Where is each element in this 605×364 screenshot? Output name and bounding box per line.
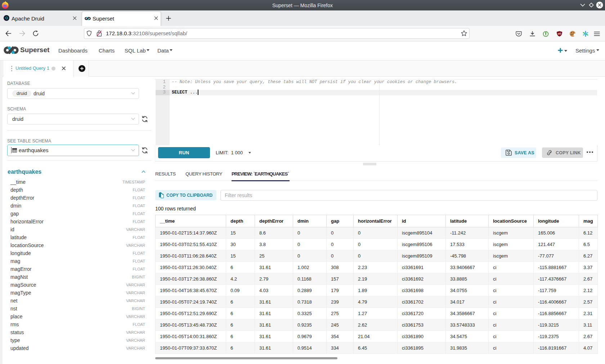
svg-text:uO: uO (558, 32, 561, 35)
